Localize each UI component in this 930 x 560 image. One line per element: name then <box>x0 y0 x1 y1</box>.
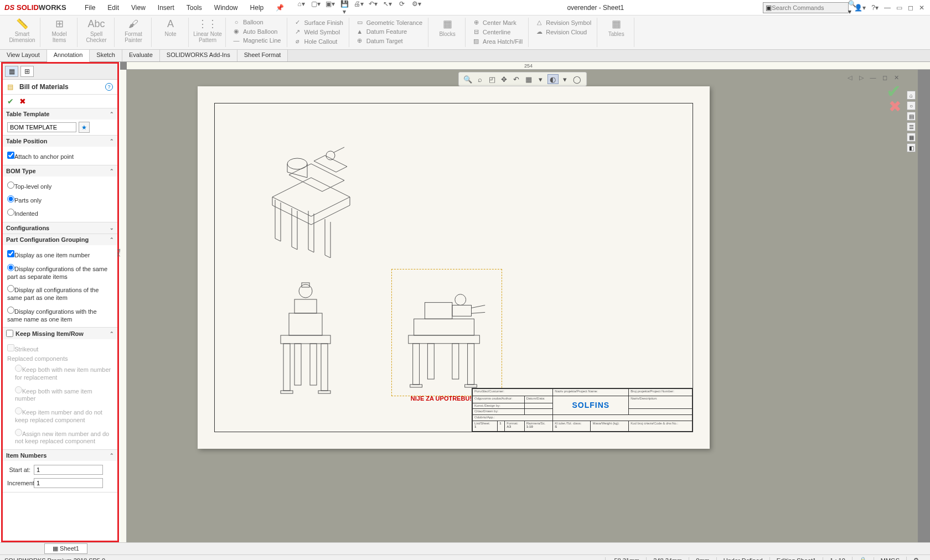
search-commands[interactable]: ▣ 🔍▾ <box>763 2 849 13</box>
tab-view-layout[interactable]: View Layout <box>0 50 47 61</box>
vc-next-icon[interactable]: ▷ <box>856 73 866 82</box>
browse-template-button[interactable]: ★ <box>79 122 90 133</box>
attach-anchor-checkbox[interactable]: Attach to anchor point <box>7 149 113 163</box>
tab-evaluate[interactable]: Evaluate <box>122 50 160 61</box>
maximize-icon[interactable]: ◻ <box>908 4 913 12</box>
open-icon[interactable]: ▣▾ <box>325 0 335 15</box>
menu-pin-icon[interactable]: 📌 <box>270 2 290 14</box>
cfg-one-item-radio[interactable]: Display all configurations of the same p… <box>7 282 113 304</box>
datum-target-button[interactable]: ⊕Datum Target <box>354 36 425 45</box>
rb-globe-icon[interactable]: ○ <box>907 101 916 110</box>
sheet-tab[interactable]: ▦ Sheet1 <box>44 543 87 554</box>
display-one-item-checkbox[interactable]: Display as one item number <box>7 247 113 261</box>
centerline-button[interactable]: ⊟Centerline <box>470 27 525 37</box>
hide-show-icon[interactable]: ◯ <box>572 74 583 84</box>
pan-icon[interactable]: ✥ <box>499 74 510 84</box>
geo-tolerance-button[interactable]: ▭Geometric Tolerance <box>354 18 425 27</box>
rebuild-icon[interactable]: ⟳ <box>397 0 407 15</box>
minimize-icon[interactable]: — <box>884 4 891 12</box>
cfg-separate-radio[interactable]: Display configurations of the same part … <box>7 261 113 283</box>
select-icon[interactable]: ↖▾ <box>383 0 392 15</box>
note-button[interactable]: ANote <box>156 18 185 37</box>
weld-symbol-button[interactable]: ↗Weld Symbol <box>292 27 345 37</box>
home-icon[interactable]: ⌂▾ <box>296 0 306 15</box>
start-at-input[interactable] <box>34 465 103 475</box>
rb-display-icon[interactable]: ◧ <box>907 143 916 152</box>
auto-balloon-button[interactable]: ◉Auto Balloon <box>230 27 283 36</box>
balloon-button[interactable]: ○Balloon <box>230 18 283 27</box>
rb-layers-icon[interactable]: ▤ <box>907 112 916 121</box>
center-mark-button[interactable]: ⊕Center Mark <box>470 18 525 27</box>
drawing-area[interactable]: 254 254 🔍 ⌕ ◰ ✥ ↶ ▦ ▾ ◐ ▾ ◯ ◁ ▷ — ◻ ✕ <box>120 62 930 542</box>
zoom-fit-icon[interactable]: 🔍 <box>462 74 473 84</box>
restore-icon[interactable]: ▭ <box>896 4 902 12</box>
prev-view-icon[interactable]: ↶ <box>511 74 522 84</box>
options-icon[interactable]: ⚙▾ <box>411 0 421 15</box>
save-icon[interactable]: 💾▾ <box>339 0 349 15</box>
search-input[interactable] <box>772 4 848 11</box>
menu-file[interactable]: File <box>79 2 101 14</box>
blocks-button[interactable]: ▦Blocks <box>433 18 462 37</box>
tab-addins[interactable]: SOLIDWORKS Add-Ins <box>160 50 237 61</box>
menu-help[interactable]: Help <box>245 2 270 14</box>
surface-finish-button[interactable]: ✓Surface Finish <box>292 18 345 27</box>
scene-icon[interactable]: ◐ <box>547 74 559 84</box>
section-part-config-grouping[interactable]: Part Configuration Grouping⌃ <box>3 234 117 245</box>
increment-input[interactable] <box>34 478 103 488</box>
revision-cloud-button[interactable]: ☁Revision Cloud <box>533 27 593 37</box>
smart-dimension-button[interactable]: 📏Smart Dimension <box>8 18 37 43</box>
undo-icon[interactable]: ↶▾ <box>368 0 378 15</box>
bom-type-parts-only[interactable]: Parts only <box>7 193 113 206</box>
print-icon[interactable]: 🖨▾ <box>354 0 364 15</box>
vc-prev-icon[interactable]: ◁ <box>845 73 855 82</box>
section-bom-type[interactable]: BOM Type⌃ <box>3 165 117 177</box>
section-keep-missing[interactable]: Keep Missing Item/Row⌃ <box>3 328 117 339</box>
datum-feature-button[interactable]: ▲Datum Feature <box>354 27 425 36</box>
menu-tools[interactable]: Tools <box>181 2 208 14</box>
drawing-sheet[interactable]: NIJE ZA UPOTREBU! Poručilac/Customer: Na… <box>198 86 710 449</box>
status-settings-icon[interactable]: ⚙ <box>906 557 926 560</box>
bom-type-top-level[interactable]: Top-level only <box>7 179 113 193</box>
drawing-view-isometric[interactable] <box>259 108 369 258</box>
section-table-template[interactable]: Table Template⌃ <box>3 108 117 120</box>
tables-button[interactable]: ▦Tables <box>602 18 631 37</box>
status-scale[interactable]: 1 : 10 <box>823 557 852 561</box>
bom-type-indented[interactable]: Indented <box>7 206 113 220</box>
template-input[interactable] <box>7 122 76 132</box>
section-view-icon[interactable]: ▦ <box>523 74 534 84</box>
status-units[interactable]: MMGS <box>874 557 906 561</box>
rb-tree-icon[interactable]: ☰ <box>907 122 916 131</box>
close-icon[interactable]: ✕ <box>919 4 924 12</box>
spell-checker-button[interactable]: AbcSpell Checker <box>82 18 111 43</box>
pm-cancel-button[interactable]: ✖ <box>19 97 26 106</box>
vc-min-icon[interactable]: — <box>868 73 878 82</box>
pm-tab-1[interactable]: ▦ <box>5 66 18 77</box>
menu-view[interactable]: View <box>126 2 151 14</box>
confirm-cancel-icon[interactable]: ✖ <box>888 97 901 116</box>
section-table-position[interactable]: Table Position⌃ <box>3 136 117 147</box>
pm-tab-2[interactable]: ⊞ <box>20 66 34 77</box>
model-items-button[interactable]: ⊞Model Items <box>45 18 74 43</box>
display-style-icon[interactable]: ▾ <box>535 74 546 84</box>
format-painter-button[interactable]: 🖌Format Painter <box>119 18 148 43</box>
revision-symbol-button[interactable]: △Revision Symbol <box>533 18 593 27</box>
tab-sheet-format[interactable]: Sheet Format <box>237 50 288 61</box>
status-lock-icon[interactable]: 🔒 <box>852 557 874 560</box>
hole-callout-button[interactable]: ⌀Hole Callout <box>292 37 345 46</box>
rb-home-icon[interactable]: ⌂ <box>907 91 916 100</box>
pm-help-icon[interactable]: ? <box>105 83 113 91</box>
section-item-numbers[interactable]: Item Numbers⌃ <box>3 450 117 461</box>
drawing-view-front[interactable] <box>264 269 347 396</box>
section-configurations[interactable]: Configurations⌄ <box>3 222 117 234</box>
area-hatch-button[interactable]: ▨Area Hatch/Fill <box>470 37 525 46</box>
pm-ok-button[interactable]: ✔ <box>7 97 14 106</box>
menu-edit[interactable]: Edit <box>102 2 125 14</box>
menu-window[interactable]: Window <box>209 2 244 14</box>
help-icon[interactable]: ?▾ <box>871 4 879 12</box>
scene-dropdown-icon[interactable]: ▾ <box>560 74 571 84</box>
zoom-window-icon[interactable]: ◰ <box>487 74 498 84</box>
zoom-area-icon[interactable]: ⌕ <box>474 74 485 84</box>
user-icon[interactable]: 👤▾ <box>854 4 866 12</box>
cfg-same-name-radio[interactable]: Display configurations with the same nam… <box>7 304 113 325</box>
rb-props-icon[interactable]: ▦ <box>907 133 916 142</box>
